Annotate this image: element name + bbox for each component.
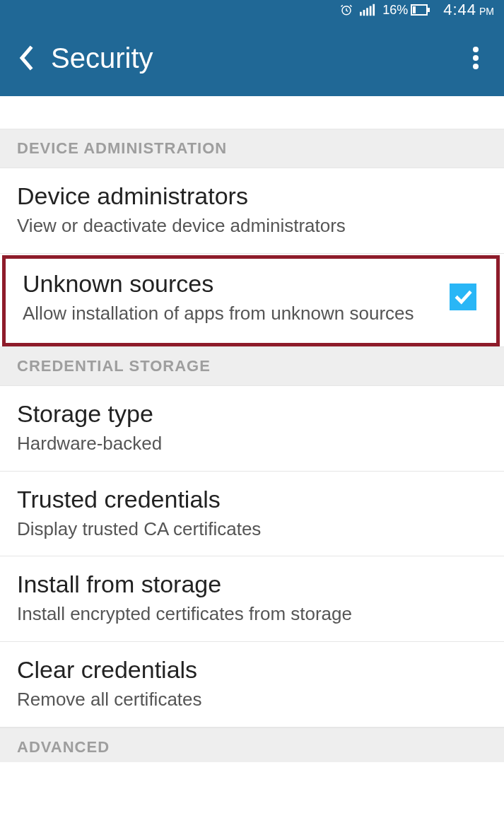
item-title: Install from storage xyxy=(17,571,487,598)
page-title: Security xyxy=(51,42,153,74)
list-item-trusted-credentials[interactable]: Trusted credentials Display trusted CA c… xyxy=(0,472,504,557)
item-subtitle: Remove all certificates xyxy=(17,688,487,711)
item-title: Trusted credentials xyxy=(17,486,487,513)
list-item-install-from-storage[interactable]: Install from storage Install encrypted c… xyxy=(0,556,504,642)
battery-percent-value: 16% xyxy=(382,3,408,18)
item-subtitle: Install encrypted certificates from stor… xyxy=(17,602,487,626)
alarm-icon xyxy=(340,4,353,16)
section-header-advanced: ADVANCED xyxy=(0,728,504,762)
svg-point-10 xyxy=(473,55,479,61)
item-title: Device administrators xyxy=(17,182,487,210)
status-time-ampm: PM xyxy=(479,6,494,17)
section-header-credential-storage: CREDENTIAL STORAGE xyxy=(0,346,504,386)
section-header-device-admin: DEVICE ADMINISTRATION xyxy=(0,129,504,168)
status-time: 4:44 PM xyxy=(443,1,494,19)
status-time-hm: 4:44 xyxy=(443,1,476,19)
list-item-device-administrators[interactable]: Device administrators View or deactivate… xyxy=(0,168,504,254)
top-spacer xyxy=(0,96,504,129)
svg-rect-5 xyxy=(373,4,375,16)
battery-percent: 16% xyxy=(382,3,430,18)
signal-icon xyxy=(360,4,375,16)
item-title: Unknown sources xyxy=(23,270,438,298)
back-button[interactable] xyxy=(14,41,37,75)
item-subtitle: Display trusted CA certificates xyxy=(17,518,487,541)
item-subtitle: Allow installation of apps from unknown … xyxy=(23,302,438,325)
svg-rect-4 xyxy=(370,6,372,16)
list-item-unknown-sources[interactable]: Unknown sources Allow installation of ap… xyxy=(6,259,496,344)
unknown-sources-checkbox[interactable] xyxy=(450,284,476,310)
svg-rect-3 xyxy=(366,8,368,16)
app-bar: Security xyxy=(0,20,504,96)
svg-point-11 xyxy=(473,64,479,69)
battery-icon xyxy=(411,4,430,16)
item-title: Storage type xyxy=(17,400,487,428)
list-item-storage-type[interactable]: Storage type Hardware-backed xyxy=(0,386,504,472)
svg-point-9 xyxy=(473,47,479,52)
item-title: Clear credentials xyxy=(17,656,487,684)
item-subtitle: Hardware-backed xyxy=(17,432,487,455)
overflow-menu-button[interactable] xyxy=(464,41,487,75)
status-bar: 16% 4:44 PM xyxy=(0,0,504,20)
item-subtitle: View or deactivate device administrators xyxy=(17,214,487,238)
list-item-clear-credentials[interactable]: Clear credentials Remove all certificate… xyxy=(0,642,504,728)
svg-rect-1 xyxy=(360,12,362,16)
svg-rect-8 xyxy=(413,6,416,13)
highlight-unknown-sources: Unknown sources Allow installation of ap… xyxy=(2,255,500,347)
svg-rect-7 xyxy=(428,8,430,12)
svg-rect-2 xyxy=(363,10,365,16)
